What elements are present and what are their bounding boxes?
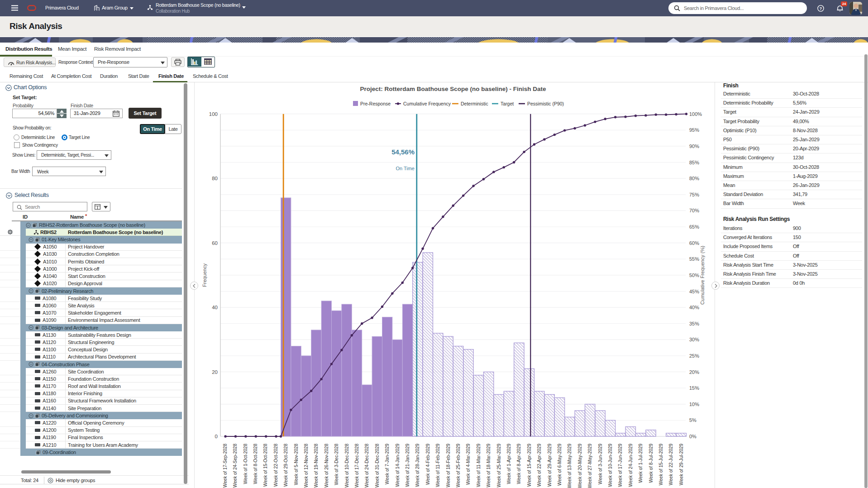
svg-text:Week of 24-Dec-2028: Week of 24-Dec-2028: [364, 444, 369, 488]
svg-text:Week of 10-Jun-2029: Week of 10-Jun-2029: [608, 444, 613, 487]
svg-text:80: 80: [212, 176, 218, 181]
svg-text:10%: 10%: [689, 402, 699, 407]
svg-text:Week of 19-Nov-2028: Week of 19-Nov-2028: [314, 444, 319, 488]
svg-text:100%: 100%: [689, 111, 702, 117]
svg-text:Week of 22-Apr-2029: Week of 22-Apr-2029: [537, 444, 542, 487]
svg-text:Cumulative Frequency: Cumulative Frequency: [403, 101, 451, 106]
svg-text:35%: 35%: [689, 321, 699, 326]
svg-text:60%: 60%: [689, 240, 699, 246]
svg-text:Week of 18-Feb-2029: Week of 18-Feb-2029: [446, 444, 451, 488]
svg-text:Week of 24-Sep-2028: Week of 24-Sep-2028: [233, 444, 238, 488]
svg-text:Week of 18-Mar-2029: Week of 18-Mar-2029: [486, 444, 491, 488]
svg-text:Week of 25-Feb-2029: Week of 25-Feb-2029: [456, 444, 461, 488]
svg-text:Week of 4-Mar-2029: Week of 4-Mar-2029: [466, 444, 471, 485]
svg-text:Week of 28-Jan-2029: Week of 28-Jan-2029: [415, 444, 420, 487]
svg-text:Week of 3-Jun-2029: Week of 3-Jun-2029: [598, 444, 603, 484]
svg-text:On Time: On Time: [396, 166, 415, 171]
svg-text:60: 60: [212, 240, 218, 246]
svg-text:15%: 15%: [689, 385, 699, 391]
svg-text:Week of 22-Oct-2028: Week of 22-Oct-2028: [273, 444, 278, 487]
svg-text:Week of 17-Dec-2028: Week of 17-Dec-2028: [354, 444, 359, 488]
svg-text:25%: 25%: [689, 353, 699, 359]
svg-text:80%: 80%: [689, 176, 699, 181]
svg-text:Week of 20-May-2029: Week of 20-May-2029: [577, 444, 582, 488]
svg-text:Frequency: Frequency: [202, 263, 207, 287]
svg-text:20: 20: [212, 369, 218, 375]
svg-text:85%: 85%: [689, 160, 699, 165]
svg-text:Week of 1-Apr-2029: Week of 1-Apr-2029: [506, 444, 511, 484]
svg-text:Week of 11-Feb-2029: Week of 11-Feb-2029: [435, 444, 440, 487]
svg-text:95%: 95%: [689, 127, 699, 133]
svg-text:100: 100: [209, 111, 218, 117]
svg-text:Week of 7-Jan-2029: Week of 7-Jan-2029: [385, 444, 390, 484]
svg-text:Target: Target: [501, 101, 514, 106]
svg-text:Week of 31-Dec-2028: Week of 31-Dec-2028: [375, 444, 380, 488]
svg-text:Week of 15-Jul-2029: Week of 15-Jul-2029: [658, 444, 663, 486]
svg-text:Week of 29-Jul-2029: Week of 29-Jul-2029: [679, 444, 684, 486]
svg-text:40: 40: [212, 305, 218, 310]
svg-text:65%: 65%: [689, 224, 699, 230]
svg-text:Week of 22-Jul-2029: Week of 22-Jul-2029: [668, 444, 673, 486]
svg-text:5%: 5%: [689, 417, 696, 423]
svg-text:Week of 13-May-2029: Week of 13-May-2029: [567, 444, 572, 488]
svg-text:Week of 1-Jul-2029: Week of 1-Jul-2029: [638, 444, 643, 483]
svg-text:Week of 21-Jan-2029: Week of 21-Jan-2029: [405, 444, 410, 487]
svg-text:0%: 0%: [689, 434, 696, 439]
svg-text:Week of 15-Oct-2028: Week of 15-Oct-2028: [263, 444, 268, 487]
svg-text:20%: 20%: [689, 369, 699, 375]
svg-text:Week of 6-May-2029: Week of 6-May-2029: [557, 444, 562, 486]
svg-text:40%: 40%: [689, 305, 699, 310]
svg-text:Week of 8-Jul-2029: Week of 8-Jul-2029: [649, 444, 653, 483]
svg-text:Week of 17-Sep-2028: Week of 17-Sep-2028: [223, 444, 228, 488]
svg-text:Week of 8-Oct-2028: Week of 8-Oct-2028: [253, 444, 258, 484]
svg-text:75%: 75%: [689, 192, 699, 197]
svg-text:Week of 15-Apr-2029: Week of 15-Apr-2029: [527, 444, 532, 487]
svg-text:Pre-Response: Pre-Response: [360, 101, 391, 106]
svg-text:Week of 1-Oct-2028: Week of 1-Oct-2028: [243, 444, 248, 484]
svg-text:55%: 55%: [689, 256, 699, 262]
svg-text:Week of 27-May-2029: Week of 27-May-2029: [587, 444, 592, 488]
svg-text:Week of 5-Nov-2028: Week of 5-Nov-2028: [294, 444, 299, 485]
svg-text:Week of 26-Nov-2028: Week of 26-Nov-2028: [324, 444, 329, 488]
svg-text:Week of 25-Mar-2029: Week of 25-Mar-2029: [496, 444, 501, 488]
svg-text:Week of 10-Dec-2028: Week of 10-Dec-2028: [344, 444, 349, 488]
svg-text:90%: 90%: [689, 144, 699, 149]
svg-text:Pessimistic (P90): Pessimistic (P90): [527, 101, 564, 106]
svg-text:Week of 8-Apr-2029: Week of 8-Apr-2029: [516, 444, 521, 484]
svg-text:Week of 29-Apr-2029: Week of 29-Apr-2029: [547, 444, 552, 487]
svg-text:Week of 12-Nov-2028: Week of 12-Nov-2028: [304, 444, 309, 488]
svg-text:0: 0: [215, 434, 218, 439]
svg-text:Week of 29-Oct-2028: Week of 29-Oct-2028: [283, 444, 288, 487]
svg-text:54,56%: 54,56%: [391, 148, 415, 156]
svg-text:Deterministic: Deterministic: [461, 101, 488, 106]
svg-text:Week of 24-Jun-2029: Week of 24-Jun-2029: [628, 444, 633, 487]
svg-text:Week of 3-Dec-2028: Week of 3-Dec-2028: [334, 444, 339, 485]
svg-text:Week of 4-Feb-2029: Week of 4-Feb-2029: [425, 444, 430, 485]
svg-text:Week of 14-Jan-2029: Week of 14-Jan-2029: [395, 444, 400, 487]
svg-text:30%: 30%: [689, 337, 699, 342]
svg-text:45%: 45%: [689, 289, 699, 294]
svg-text:Project: Rotterdam Boathouse S: Project: Rotterdam Boathouse Scope (no b…: [360, 86, 546, 92]
svg-text:70%: 70%: [689, 208, 699, 213]
svg-text:Cumulative Frequency (%): Cumulative Frequency (%): [700, 246, 705, 305]
svg-text:Week of 17-Jun-2029: Week of 17-Jun-2029: [618, 444, 623, 487]
svg-text:Week of 11-Mar-2029: Week of 11-Mar-2029: [476, 444, 481, 487]
svg-text:50%: 50%: [689, 273, 699, 278]
